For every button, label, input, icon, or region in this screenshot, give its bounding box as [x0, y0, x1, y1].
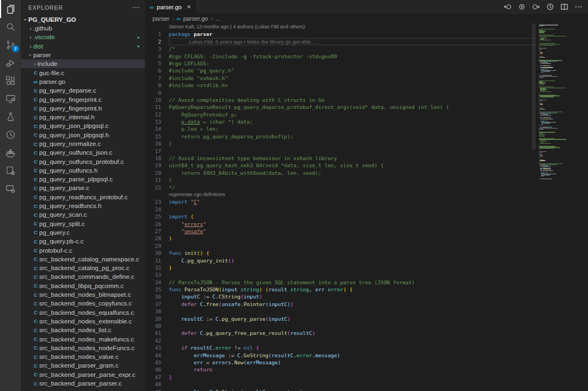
- close-icon[interactable]: ✕: [187, 4, 191, 10]
- code-line-17[interactable]: 17: [145, 148, 539, 155]
- tab-parser-go[interactable]: ∞ parser.go ✕: [145, 0, 196, 14]
- sidebar-item-src-backend-parser-gram-c[interactable]: Csrc_backend_parser_gram.c: [21, 361, 145, 370]
- code-line-48[interactable]: 48: [145, 381, 539, 388]
- code-line-29[interactable]: 29: [145, 242, 539, 249]
- activity-source-control-button[interactable]: 7: [0, 36, 21, 54]
- more-actions-icon[interactable]: ⋯: [132, 5, 139, 10]
- code-line-37[interactable]: 37 defer C.free(unsafe.Pointer(inputC)): [145, 301, 539, 308]
- open-changes-previous-icon[interactable]: [504, 3, 512, 11]
- activity-search-button[interactable]: [0, 18, 21, 36]
- code-line-14[interactable]: 14 p.len = len;: [145, 125, 539, 132]
- code-line-25[interactable]: 25import (: [145, 213, 539, 220]
- code-line-15[interactable]: 15 return pg_query_deparse_protobuf(p);: [145, 133, 539, 140]
- activity-gitlens-button[interactable]: [0, 126, 21, 144]
- sidebar-item-pg-query-c[interactable]: Cpg_query.c: [21, 228, 145, 237]
- code-line-22[interactable]: 22*/: [145, 184, 539, 191]
- sidebar-item-pg-query-parse-c[interactable]: Cpg_query_parse.c: [21, 184, 145, 192]
- activity-project-settings-button[interactable]: [0, 180, 21, 198]
- code-line-1[interactable]: 1package parser: [145, 30, 539, 38]
- code-line-4[interactable]: 4#cgo CFLAGS: -Iinclude -g -fstack-prote…: [145, 53, 539, 60]
- code-line-8[interactable]: 8#include <stdlib.h>: [145, 82, 539, 89]
- open-changes-next-icon[interactable]: [532, 3, 540, 11]
- code-line-32[interactable]: 32}: [145, 264, 539, 271]
- sidebar-root-pg-query-go[interactable]: ›PG_QUERY_GO: [21, 15, 145, 24]
- sidebar-item-src-backend-nodes-copyfuncs-c[interactable]: Csrc_backend_nodes_copyfuncs.c: [21, 299, 145, 308]
- sidebar-item-pg-query-json-plpgsql-h[interactable]: Cpg_query_json_plpgsql.h: [21, 131, 145, 139]
- sidebar-item-dist[interactable]: ›dist●: [21, 42, 145, 51]
- codelens[interactable]: regenerate cgo definitions: [145, 191, 539, 198]
- sidebar-item-pg-query-json-plpgsql-c[interactable]: Cpg_query_json_plpgsql.c: [21, 121, 145, 130]
- code-line-20[interactable]: 20 return XXH3_64bits_withSeed(data, len…: [145, 169, 539, 176]
- sidebar-item-src-backend-nodes-bitmapset-c[interactable]: Csrc_backend_nodes_bitmapset.c: [21, 290, 145, 299]
- activity-docker-button[interactable]: [0, 144, 21, 162]
- sidebar-item-pg-query-readfuncs-protobuf-c[interactable]: Cpg_query_readfuncs_protobuf.c: [21, 193, 145, 201]
- sidebar-item-include[interactable]: ›include: [21, 59, 145, 68]
- code-line-41[interactable]: 41 defer C.pg_query_free_parse_result(re…: [145, 329, 539, 337]
- sidebar-item-guc-file-c[interactable]: Cguc-file.c: [21, 68, 145, 77]
- code-line-10[interactable]: 10// Avoid complexities dealing with C s…: [145, 96, 539, 103]
- sidebar-item-src-backend-commands-define-c[interactable]: Csrc_backend_commands_define.c: [21, 272, 145, 281]
- sidebar-item-pg-query-outfuncs-json-c[interactable]: Cpg_query_outfuncs_json.c: [21, 148, 145, 157]
- sidebar-item-pg-query-parse-plpgsql-c[interactable]: Cpg_query_parse_plpgsql.c: [21, 175, 145, 184]
- sidebar-item-pg-query-outfuncs-h[interactable]: Cpg_query_outfuncs.h: [21, 166, 145, 175]
- sidebar-item-src-backend-parser-parse-expr-c[interactable]: Csrc_backend_parser_parse_expr.c: [21, 370, 145, 379]
- sidebar-item-protobuf-c-c[interactable]: Cprotobuf-c.c: [21, 246, 145, 254]
- activity-run-debug-button[interactable]: [0, 54, 21, 72]
- code-line-27[interactable]: 27 "unsafe": [145, 228, 539, 235]
- activity-explorer-button[interactable]: [0, 0, 21, 18]
- code-line-5[interactable]: 5#cgo LDFLAGS:: [145, 60, 539, 67]
- code-line-7[interactable]: 7#include "xxhash.h": [145, 75, 539, 82]
- open-changes-icon[interactable]: [518, 3, 526, 11]
- sidebar-item-pg-query-pb-c-c[interactable]: Cpg_query.pb-c.c: [21, 237, 145, 246]
- sidebar-item-src-backend-nodes-list-c[interactable]: Csrc_backend_nodes_list.c: [21, 326, 145, 334]
- sidebar-item-src-backend-nodes-equalfuncs-c[interactable]: Csrc_backend_nodes_equalfuncs.c: [21, 308, 145, 317]
- code-line-47[interactable]: 47}: [145, 374, 539, 381]
- sidebar-item--github[interactable]: ›.github: [21, 24, 145, 33]
- code-line-42[interactable]: 42: [145, 337, 539, 344]
- activity-testing-button[interactable]: [0, 108, 21, 126]
- code-line-31[interactable]: 31 C.pg_query_init(): [145, 257, 539, 264]
- sidebar-item-src-backend-parser-parser-c[interactable]: Csrc_backend_parser_parser.c: [21, 379, 145, 388]
- activity-containers-button[interactable]: [0, 162, 21, 180]
- code-line-36[interactable]: 36 inputC := C.CString(input): [145, 293, 539, 300]
- code-line-35[interactable]: 35func ParseToJSON(input string) (result…: [145, 286, 539, 293]
- code-line-28[interactable]: 28): [145, 235, 539, 242]
- code-line-13[interactable]: 13 p.data = (char *) data;: [145, 118, 539, 125]
- code-line-9[interactable]: 9: [145, 89, 539, 96]
- more-actions-icon[interactable]: [574, 3, 583, 11]
- code-line-21[interactable]: 21}: [145, 176, 539, 184]
- code-line-49[interactable]: 49 result = C.GoString(resultC.parse_tre…: [145, 388, 539, 391]
- file-history-icon[interactable]: [546, 3, 554, 11]
- code-line-18[interactable]: 18// Avoid inconsistent type behaviour i…: [145, 155, 539, 162]
- code-line-3[interactable]: 3/*: [145, 45, 539, 52]
- code-line-2[interactable]: 2Lukas Fittl, 6 years ago • Make the lib…: [145, 38, 539, 45]
- sidebar-item-pg-query-fingerprint-h[interactable]: Cpg_query_fingerprint.h: [21, 104, 145, 113]
- code-line-44[interactable]: 44 errMessage := C.GoString(resultC.erro…: [145, 352, 539, 359]
- sidebar-item-parser[interactable]: ›parser: [21, 51, 145, 59]
- activity-remote-explorer-button[interactable]: [0, 90, 21, 108]
- sidebar-item-pg-query-normalize-c[interactable]: Cpg_query_normalize.c: [21, 139, 145, 148]
- sidebar-item-src-backend-nodes-nodefuncs-c[interactable]: Csrc_backend_nodes_nodeFuncs.c: [21, 344, 145, 352]
- code-line-45[interactable]: 45 err = errors.New(errMessage): [145, 359, 539, 366]
- sidebar-item-pg-query-readfuncs-h[interactable]: Cpg_query_readfuncs.h: [21, 201, 145, 210]
- sidebar-item-src-backend-nodes-value-c[interactable]: Csrc_backend_nodes_value.c: [21, 352, 145, 361]
- code-line-38[interactable]: 38: [145, 308, 539, 315]
- code-line-34[interactable]: 34// ParseToJSON - Parses the given SQL …: [145, 279, 539, 286]
- sidebar-item-pg-query-fingerprint-c[interactable]: Cpg_query_fingerprint.c: [21, 95, 145, 103]
- code-line-19[interactable]: 19uint64_t pg_query_hash_xxh3_64(void *d…: [145, 162, 539, 169]
- code-line-33[interactable]: 33: [145, 271, 539, 278]
- sidebar-item-src-backend-nodes-extensible-c[interactable]: Csrc_backend_nodes_extensible.c: [21, 317, 145, 326]
- breadcrumb-item-parser[interactable]: parser: [152, 15, 169, 22]
- code-line-11[interactable]: 11PgQueryDeparseResult pg_query_deparse_…: [145, 103, 539, 111]
- sidebar-item-parser-go[interactable]: ∞parser.go: [21, 77, 145, 86]
- codelens[interactable]: Steven Kalt, 13 months ago | 4 authors (…: [145, 23, 539, 30]
- sidebar-item-pg-query-deparse-c[interactable]: Cpg_query_deparse.c: [21, 86, 145, 95]
- sidebar-item-pg-query-scan-c[interactable]: Cpg_query_scan.c: [21, 210, 145, 219]
- sidebar-item-src-backend-catalog-namespace-c[interactable]: Csrc_backend_catalog_namespace.c: [21, 255, 145, 264]
- code-line-46[interactable]: 46 return: [145, 366, 539, 373]
- split-editor-icon[interactable]: [560, 3, 568, 11]
- code-line-12[interactable]: 12 PgQueryProtobuf p;: [145, 111, 539, 118]
- code-line-40[interactable]: 40: [145, 322, 539, 329]
- code-line-26[interactable]: 26 "errors": [145, 221, 539, 228]
- sidebar-item-src-backend-libpq-pqcomm-c[interactable]: Csrc_backend_libpq_pqcomm.c: [21, 282, 145, 290]
